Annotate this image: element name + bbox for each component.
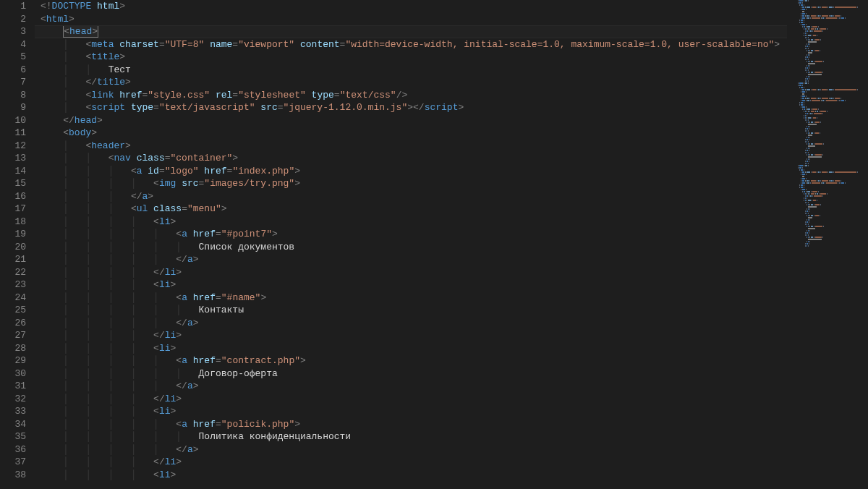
minimap-segment xyxy=(825,17,825,19)
code-token: > xyxy=(458,102,464,113)
indent-guide xyxy=(41,330,63,341)
minimap-segment xyxy=(801,174,801,175)
minimap-segment xyxy=(801,22,803,23)
code-line[interactable]: │ │ │ <a id="logo" href="index.php"> xyxy=(41,165,796,178)
minimap-segment xyxy=(808,137,809,138)
code-line[interactable]: │ <meta charset="UTF=8" name="viewport" … xyxy=(41,38,796,51)
code-line[interactable]: <head> xyxy=(41,25,796,38)
code-line[interactable]: │ │ Тест xyxy=(41,64,796,77)
minimap-line xyxy=(796,187,868,188)
minimap-segment xyxy=(835,171,856,173)
code-line[interactable]: │ │ │ </a> xyxy=(41,190,796,203)
indent-guide: │ xyxy=(153,292,176,303)
code-line[interactable]: │ │ │ │ │ │ Политика конфиденциальности xyxy=(41,430,796,443)
code-line[interactable]: │ │ │ │ │ </a> xyxy=(41,380,796,393)
indent-guide xyxy=(41,292,63,303)
code-token: "stylesheet" xyxy=(238,90,306,101)
code-line[interactable]: │ │ │ │ <li> xyxy=(41,469,796,482)
code-line[interactable]: │ </title> xyxy=(41,76,796,89)
code-token: type xyxy=(312,90,334,101)
code-token: < xyxy=(176,355,182,366)
code-line[interactable]: │ │ │ │ │ </a> xyxy=(41,443,796,456)
code-token: = xyxy=(278,102,284,113)
minimap-segment xyxy=(802,91,805,93)
minimap-segment xyxy=(805,171,806,173)
code-token: = xyxy=(216,355,221,366)
code-line[interactable]: │ │ │ │ │ <a href="contract.php"> xyxy=(41,354,796,367)
code-line[interactable]: │ │ │ │ │ </a> xyxy=(41,253,796,266)
minimap-segment xyxy=(809,15,810,17)
code-line[interactable]: │ <title> xyxy=(41,51,796,64)
code-line[interactable]: </head> xyxy=(41,114,796,127)
minimap-segment xyxy=(808,204,809,205)
code-line[interactable]: │ │ │ │ <li> xyxy=(41,216,796,229)
code-line[interactable]: │ │ │ │ │ <a href="#point7"> xyxy=(41,228,796,241)
minimap-segment xyxy=(833,7,834,8)
code-line[interactable]: │ │ │ │ │ │ Контакты xyxy=(41,304,796,317)
minimap-segment xyxy=(807,89,810,90)
minimap-segment xyxy=(804,102,804,103)
minimap-segment xyxy=(809,113,809,114)
indent-guide xyxy=(41,242,63,252)
code-line[interactable]: <html> xyxy=(41,13,796,26)
indent-guide: │ xyxy=(131,380,153,391)
minimap-segment xyxy=(799,165,803,166)
code-line[interactable]: │ │ │ │ │ │ Договор-оферта xyxy=(41,367,796,380)
code-line[interactable]: │ <script type="text/javascript" src="jq… xyxy=(41,101,796,114)
code-line[interactable]: │ <header> xyxy=(41,140,796,153)
code-token: "images/try.png" xyxy=(204,178,294,189)
code-editor[interactable]: 1234567891011121314151617181920212223242… xyxy=(0,0,868,489)
minimap-segment xyxy=(811,191,812,192)
indent-guide: │ xyxy=(85,166,108,177)
indent-guide: │ xyxy=(85,380,108,391)
minimap-segment xyxy=(841,180,841,182)
code-line[interactable]: │ │ │ │ │ │ Список документов xyxy=(41,241,796,254)
code-line[interactable]: │ │ │ │ │ <a href="policik.php"> xyxy=(41,418,796,431)
minimap-segment xyxy=(817,171,817,173)
minimap-segment xyxy=(811,61,813,62)
code-line[interactable]: │ │ │ │ </li> xyxy=(41,456,796,469)
minimap-segment xyxy=(801,95,801,97)
code-line[interactable]: │ │ │ <ul class="menu"> xyxy=(41,203,796,216)
minimap-segment xyxy=(807,15,809,17)
code-content-area[interactable]: <!DOCTYPE html><html> <head> │ <meta cha… xyxy=(35,0,796,489)
indent-guide: │ xyxy=(85,216,108,227)
minimap-segment xyxy=(811,180,817,182)
minimap-segment xyxy=(799,85,801,86)
code-line[interactable]: │ │ │ │ <li> xyxy=(41,278,796,292)
code-line[interactable]: │ │ │ │ </li> xyxy=(41,329,796,342)
indent-guide: │ xyxy=(109,229,131,239)
code-line[interactable]: <body> xyxy=(41,127,796,140)
line-number-gutter[interactable]: 1234567891011121314151617181920212223242… xyxy=(0,0,35,489)
minimap-segment xyxy=(820,98,821,99)
code-line[interactable]: │ │ │ │ │ <a href="#name"> xyxy=(41,292,796,305)
minimap-line xyxy=(796,52,868,54)
code-token: </ xyxy=(63,115,75,126)
code-token: < xyxy=(176,419,182,430)
minimap-segment xyxy=(807,50,807,51)
minimap-segment xyxy=(812,191,818,192)
code-line[interactable]: │ │ │ │ <li> xyxy=(41,342,796,355)
indent-guide: │ xyxy=(109,267,131,278)
code-line[interactable]: │ <link href="style.css" rel="stylesheet… xyxy=(41,89,796,102)
code-line[interactable]: │ │ <nav class="container"> xyxy=(41,152,796,165)
minimap-segment xyxy=(802,182,805,184)
minimap-segment xyxy=(811,204,813,205)
code-line[interactable]: │ │ │ │ </li> xyxy=(41,266,796,279)
indent-guide: │ xyxy=(63,39,85,50)
minimap-segment xyxy=(807,208,807,210)
minimap-segment xyxy=(807,219,807,221)
code-token: src xyxy=(182,178,198,189)
code-line[interactable]: <!DOCTYPE html> xyxy=(41,0,796,13)
minimap[interactable] xyxy=(796,0,868,489)
code-token xyxy=(176,178,182,189)
indent-guide: │ xyxy=(153,355,176,366)
code-line[interactable]: │ │ │ │ <img src="images/try.png"> xyxy=(41,177,796,190)
code-line[interactable]: │ │ │ │ │ </a> xyxy=(41,317,796,330)
indent-guide: │ xyxy=(85,394,108,404)
code-line[interactable]: │ │ │ │ <li> xyxy=(41,405,796,418)
code-line[interactable]: │ │ │ │ </li> xyxy=(41,393,796,406)
minimap-segment xyxy=(808,237,809,238)
indent-guide: │ xyxy=(85,330,108,341)
indent-guide: │ xyxy=(63,406,85,417)
